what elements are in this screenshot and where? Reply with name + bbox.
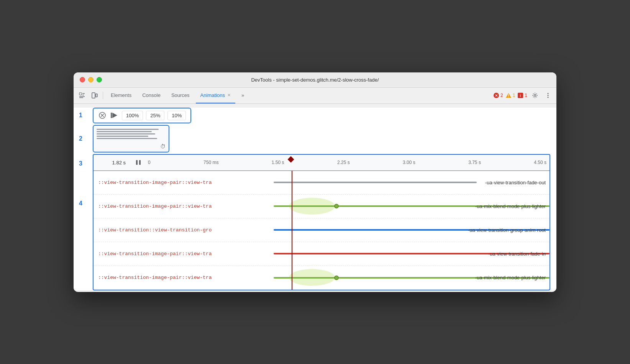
anim-track-5: -ua-mix-blend-mode-plus-lighter bbox=[274, 266, 550, 290]
anim-row-3: ::view-transition::view-transition-gro -… bbox=[94, 218, 550, 242]
preview-line-3 bbox=[97, 133, 155, 134]
inspect-element-button[interactable] bbox=[77, 90, 87, 101]
svg-marker-16 bbox=[112, 113, 117, 118]
playhead-diamond bbox=[291, 157, 293, 162]
anim-label-5: ::view-transition-image-pair::view-tra bbox=[94, 275, 274, 280]
timeline-ruler-section: 1.82 s 0 750 ms 1.50 s 2.25 s 3.00 s 3.7… bbox=[93, 154, 550, 171]
tab-elements[interactable]: Elements bbox=[106, 87, 136, 103]
label-2: 2 bbox=[79, 135, 82, 142]
anim-track-2: -ua-mix-blend-mode-plus-lighter bbox=[274, 195, 550, 218]
preview-line-5 bbox=[97, 138, 157, 139]
svg-rect-0 bbox=[79, 93, 82, 95]
anim-name-5: -ua-mix-blend-mode-plus-lighter bbox=[475, 275, 546, 280]
speed-25-button[interactable]: 25% bbox=[146, 111, 164, 120]
ruler-label-375: 3.75 s bbox=[468, 160, 481, 165]
anim-track-3: -ua-view-transition-group-anim-root bbox=[274, 218, 550, 242]
divider bbox=[103, 92, 103, 99]
tab-console[interactable]: Console bbox=[138, 87, 165, 103]
anim-name-1: -ua-view-transition-fade-out bbox=[485, 180, 546, 185]
anim-track-1: -ua-view-transition-fade-out bbox=[274, 171, 550, 194]
toolbar-right: ✕ 2 ! 1 i 1 bbox=[493, 90, 553, 101]
preview-line-2 bbox=[97, 131, 152, 132]
anim-label-3: ::view-transition::view-transition-gro bbox=[94, 227, 274, 233]
ruler-label-300: 3.00 s bbox=[403, 160, 415, 165]
anim-row-1: ::view-transition-image-pair::view-tra -… bbox=[94, 171, 550, 195]
green-dot-1 bbox=[334, 204, 339, 208]
play-button[interactable] bbox=[110, 111, 119, 120]
preview-line-1 bbox=[97, 129, 159, 130]
preview-clock-icon: ⏱ bbox=[160, 143, 166, 149]
preview-line-4 bbox=[97, 136, 148, 137]
controls-section: 100% 25% 10% bbox=[93, 108, 191, 123]
clear-button[interactable] bbox=[98, 111, 107, 120]
device-toolbar-button[interactable] bbox=[89, 90, 100, 101]
ruler-labels: 0 750 ms 1.50 s 2.25 s 3.00 s 3.75 s 4.5… bbox=[145, 160, 550, 165]
svg-rect-17 bbox=[111, 113, 112, 118]
info-badge: i 1 bbox=[517, 92, 527, 98]
window-title: DevTools - simple-set-demos.glitch.me/2-… bbox=[251, 77, 379, 83]
tab-more[interactable]: » bbox=[237, 87, 249, 103]
ruler-label-0: 0 bbox=[148, 160, 151, 165]
anim-name-4: -ua-view-transition-fade-in bbox=[488, 251, 546, 257]
anim-name-2: -ua-mix-blend-mode-plus-lighter bbox=[475, 203, 546, 209]
devtools-body: 1 100% 25% 10% 2 ⏱ bbox=[74, 108, 556, 290]
current-time: 1.82 s bbox=[94, 160, 132, 166]
playhead-line bbox=[292, 171, 292, 290]
anim-bar-gray-1 bbox=[274, 182, 477, 183]
error-badge[interactable]: ✕ 2 bbox=[493, 92, 503, 98]
anim-row-4: ::view-transition-image-pair::view-tra -… bbox=[94, 242, 550, 266]
ruler-label-225: 2.25 s bbox=[337, 160, 350, 165]
more-menu-button[interactable] bbox=[543, 90, 553, 101]
warning-badge[interactable]: ! 1 bbox=[505, 92, 515, 98]
pause-button[interactable] bbox=[132, 159, 145, 166]
svg-point-12 bbox=[548, 97, 549, 98]
animation-rows-section: ::view-transition-image-pair::view-tra -… bbox=[93, 171, 550, 290]
traffic-lights bbox=[80, 77, 102, 82]
devtools-toolbar: Elements Console Sources Animations ✕ » … bbox=[74, 88, 556, 104]
ruler-label-150: 1.50 s bbox=[272, 160, 284, 165]
label-1: 1 bbox=[79, 112, 82, 119]
anim-track-4: -ua-view-transition-fade-in bbox=[274, 242, 550, 266]
label-4: 4 bbox=[79, 200, 82, 207]
svg-point-11 bbox=[548, 95, 549, 96]
tab-animations[interactable]: Animations ✕ bbox=[196, 87, 235, 103]
maximize-button[interactable] bbox=[97, 77, 102, 82]
close-button[interactable] bbox=[80, 77, 85, 82]
anim-label-2: ::view-transition-image-pair::view-tra bbox=[94, 203, 274, 209]
minimize-button[interactable] bbox=[88, 77, 94, 82]
settings-button[interactable] bbox=[530, 90, 540, 101]
anim-row-5: ::view-transition-image-pair::view-tra -… bbox=[94, 266, 550, 290]
devtools-window: DevTools - simple-set-demos.glitch.me/2-… bbox=[74, 72, 556, 292]
tab-sources[interactable]: Sources bbox=[167, 87, 194, 103]
svg-rect-18 bbox=[136, 160, 138, 165]
svg-text:i: i bbox=[520, 93, 521, 98]
group-preview: ⏱ bbox=[93, 125, 169, 152]
svg-point-10 bbox=[548, 93, 549, 94]
svg-rect-19 bbox=[139, 160, 141, 165]
green-dot-2 bbox=[334, 275, 339, 280]
anim-row-2: ::view-transition-image-pair::view-tra -… bbox=[94, 195, 550, 218]
speed-100-button[interactable]: 100% bbox=[122, 111, 143, 120]
svg-rect-1 bbox=[92, 93, 95, 98]
svg-rect-2 bbox=[96, 94, 97, 97]
anim-name-3: -ua-view-transition-group-anim-root bbox=[468, 227, 546, 233]
ruler-label-750: 750 ms bbox=[203, 160, 218, 165]
anim-label-1: ::view-transition-image-pair::view-tra bbox=[94, 180, 274, 185]
titlebar: DevTools - simple-set-demos.glitch.me/2-… bbox=[74, 72, 556, 88]
svg-text:!: ! bbox=[508, 94, 509, 98]
svg-point-9 bbox=[534, 95, 536, 97]
label-3: 3 bbox=[79, 160, 82, 167]
svg-text:✕: ✕ bbox=[495, 93, 498, 98]
anim-label-4: ::view-transition-image-pair::view-tra bbox=[94, 251, 274, 257]
speed-10-button[interactable]: 10% bbox=[167, 111, 186, 120]
tab-close-icon[interactable]: ✕ bbox=[227, 93, 231, 98]
ruler-label-450: 4.50 s bbox=[534, 160, 546, 165]
